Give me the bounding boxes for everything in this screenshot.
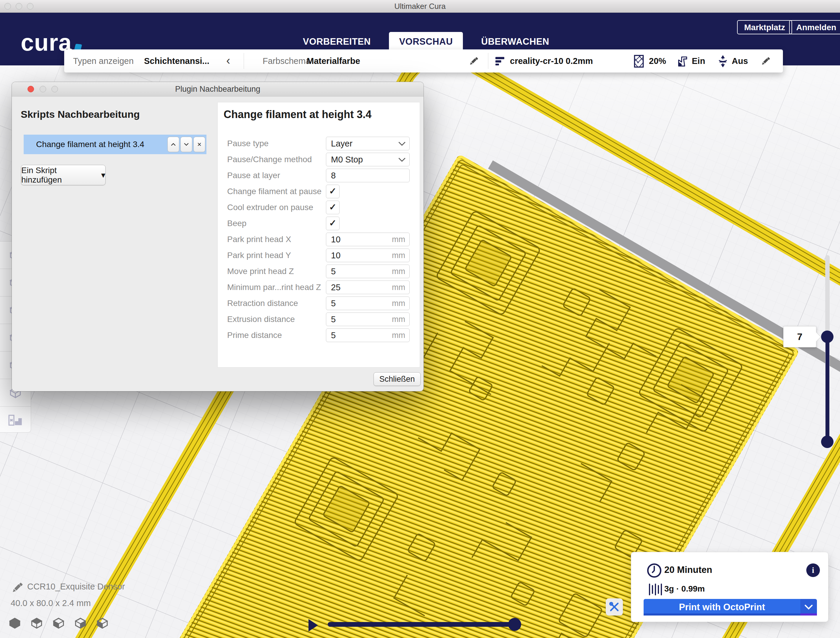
minimum-park-print-head-z-input[interactable]: 25mm — [326, 280, 410, 294]
clock-icon — [647, 563, 662, 578]
rename-pencil-icon[interactable] — [11, 581, 24, 594]
chevron-down-icon — [398, 141, 406, 146]
dialog-title: Plugin Nachbearbeitung — [12, 82, 423, 96]
model-name[interactable]: CCR10_Exquisite Densor — [27, 582, 125, 592]
model-dimensions: 40.0 x 80.0 x 2.4 mm — [11, 598, 91, 608]
field-value: 10 — [331, 249, 340, 262]
view-cube-top-view[interactable] — [52, 617, 65, 631]
field-value: M0 Stop — [331, 153, 363, 166]
field-value: 5 — [331, 265, 336, 278]
move-script-down-button[interactable] — [180, 137, 192, 152]
field-label: Change filament at pause — [227, 184, 322, 200]
close-dialog-button[interactable]: Schließen — [374, 372, 421, 386]
printer-profile-value[interactable]: creality-cr-10 0.2mm — [510, 49, 593, 73]
window-title: Ultimaker Cura — [0, 0, 840, 13]
field-label: Retraction distance — [227, 296, 298, 312]
form-row-pause-type: Pause typeLayer — [218, 136, 420, 152]
form-row-move-print-head-z: Move print head Z5mm — [218, 264, 420, 280]
tab-vorschau[interactable]: VORSCHAU — [389, 32, 463, 52]
color-scheme-value[interactable]: Materialfarbe — [307, 49, 360, 73]
dialog-minimize-traffic-button — [39, 86, 46, 92]
toolbar-divider — [488, 53, 488, 69]
park-print-head-y-input[interactable]: 10mm — [326, 249, 410, 262]
camera-view-buttons — [8, 617, 109, 631]
pause-at-layer-input[interactable]: 8 — [326, 169, 410, 182]
field-unit: mm — [392, 281, 405, 294]
info-icon[interactable]: i — [806, 564, 820, 577]
form-row-pause-change-method: Pause/Change methodM0 Stop — [218, 152, 420, 168]
dialog-zoom-traffic-button — [52, 86, 58, 92]
cool-extruder-on-pause-checkbox[interactable]: ✓ — [326, 201, 339, 214]
move-script-up-button[interactable] — [167, 137, 179, 152]
tab-vorbereiten[interactable]: VORBEREITEN — [293, 32, 381, 52]
prime-distance-input[interactable]: 5mm — [326, 328, 410, 342]
script-list: Change filament at height 3.4× — [24, 135, 207, 154]
view-cube-front-view[interactable] — [30, 617, 43, 631]
extrusion-distance-input[interactable]: 5mm — [326, 312, 410, 326]
marketplace-button[interactable]: Marktplatz — [737, 20, 792, 34]
print-with-octoprint-button[interactable]: Print with OctoPrint — [644, 599, 801, 616]
edit-pencil-icon[interactable] — [761, 56, 771, 66]
form-row-pause-at-layer: Pause at layer8 — [218, 168, 420, 184]
support-value[interactable]: Ein — [692, 49, 705, 73]
window-minimize-button[interactable] — [16, 3, 22, 9]
field-label: Minimum par...rint head Z — [227, 280, 321, 296]
view-type-value[interactable]: Schichtenansi... — [144, 49, 209, 73]
move-print-head-z-input[interactable]: 5mm — [326, 264, 410, 278]
print-output-dropdown[interactable] — [801, 599, 817, 616]
timeline-slider-knob[interactable] — [508, 618, 521, 631]
add-script-button[interactable]: Ein Skript hinzufügen ▾ — [21, 165, 106, 185]
print-time-estimate: 20 Minuten — [664, 565, 712, 575]
form-row-retraction-distance: Retraction distance5mm — [218, 296, 420, 312]
form-rows: Pause typeLayerPause/Change methodM0 Sto… — [218, 136, 420, 344]
field-unit: mm — [392, 297, 405, 310]
chevron-down-icon — [398, 157, 406, 162]
pause-type-select[interactable]: Layer — [326, 137, 410, 150]
view-cube-left-view[interactable] — [74, 617, 87, 631]
form-row-park-print-head-y: Park print head Y10mm — [218, 248, 420, 264]
adjust-print-settings-button[interactable] — [606, 598, 623, 616]
infill-icon — [634, 55, 644, 68]
play-button[interactable] — [308, 619, 318, 632]
layer-number: 7 — [797, 331, 802, 342]
field-label: Pause type — [227, 136, 268, 152]
print-dropdown-shade — [801, 613, 817, 616]
timeline-slider-track[interactable] — [328, 622, 517, 627]
beep-checkbox[interactable]: ✓ — [326, 217, 339, 230]
field-label: Pause/Change method — [227, 152, 312, 168]
adhesion-value[interactable]: Aus — [732, 49, 748, 73]
edit-pencil-icon[interactable] — [469, 56, 479, 66]
chevron-down-icon — [804, 605, 813, 610]
field-unit: mm — [392, 249, 405, 262]
support-icon — [677, 56, 688, 66]
script-list-item[interactable]: Change filament at height 3.4× — [24, 135, 207, 154]
remove-script-button[interactable]: × — [193, 137, 205, 152]
field-value: 5 — [331, 313, 336, 326]
adhesion-icon — [718, 55, 728, 67]
retraction-distance-input[interactable]: 5mm — [326, 296, 410, 310]
field-unit: mm — [392, 329, 405, 342]
tab-ueberwachen[interactable]: ÜBERWACHEN — [471, 32, 559, 52]
view-cube-3d-view[interactable] — [8, 617, 21, 631]
change-filament-at-pause-checkbox[interactable]: ✓ — [326, 185, 339, 198]
infill-value[interactable]: 20% — [649, 49, 666, 73]
toolbar-item-print-sequence-view[interactable] — [0, 407, 31, 434]
layer-slider-lower-handle[interactable] — [821, 435, 834, 448]
park-print-head-x-input[interactable]: 10mm — [326, 233, 410, 246]
collapse-panel-icon[interactable]: ‹ — [226, 49, 230, 71]
field-unit: mm — [392, 265, 405, 278]
field-label: Move print head Z — [227, 264, 294, 280]
view-cube-right-view[interactable] — [96, 617, 109, 631]
layer-slider-range — [826, 337, 829, 442]
field-label: Cool extruder on pause — [227, 200, 313, 216]
window-close-button[interactable] — [5, 3, 11, 9]
pause-change-method-select[interactable]: M0 Stop — [326, 153, 410, 166]
form-row-park-print-head-x: Park print head X10mm — [218, 232, 420, 248]
signin-button[interactable]: Anmelden — [789, 20, 840, 34]
field-value: 8 — [331, 169, 336, 182]
dialog-titlebar: Plugin Nachbearbeitung — [12, 82, 423, 97]
layer-slider-upper-handle[interactable] — [821, 331, 834, 343]
window-zoom-button[interactable] — [27, 3, 33, 9]
form-row-minimum-park-print-head-z: Minimum par...rint head Z25mm — [218, 280, 420, 296]
dialog-close-traffic-button[interactable] — [27, 86, 34, 92]
